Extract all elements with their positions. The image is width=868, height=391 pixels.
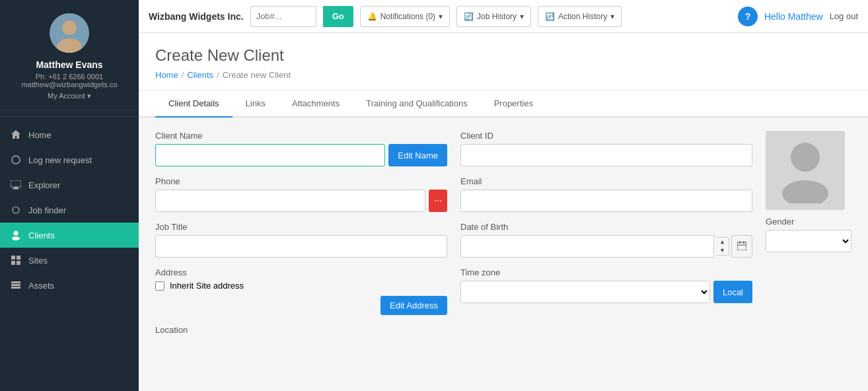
tab-client-details[interactable]: Client Details (155, 90, 233, 118)
sidebar-item-label: Log new request (28, 155, 92, 165)
profile-email: matthew@wizbangwidgets.co (21, 81, 117, 89)
svg-rect-5 (14, 187, 18, 188)
action-history-button[interactable]: 🔃 Action History ▾ (538, 6, 622, 27)
dob-down-button[interactable]: ▼ (716, 246, 729, 255)
bell-icon: 🔔 (367, 12, 377, 21)
form-photo: Gender Male Female Other (766, 131, 851, 345)
inherit-label: Inherit Site address (170, 281, 244, 291)
phone-label: Phone (155, 176, 447, 186)
svg-point-1 (62, 20, 77, 35)
svg-point-3 (12, 156, 20, 164)
form-left: Client Name Edit Name Phone ⋯ (155, 131, 447, 345)
job-title-group: Job Title (155, 222, 447, 258)
grid-icon (10, 254, 22, 266)
brand-name: Wizbang Widgets Inc. (149, 11, 244, 22)
breadcrumb-home[interactable]: Home (155, 70, 178, 80)
phone-extra-button[interactable]: ⋯ (429, 190, 447, 212)
breadcrumb-current: Create new Client (223, 70, 291, 80)
job-title-label: Job Title (155, 222, 447, 232)
email-label: Email (460, 176, 752, 186)
help-button[interactable]: ? (738, 7, 758, 26)
form-right: Client ID Email Date of Birth (460, 131, 752, 345)
svg-point-22 (782, 180, 828, 203)
sidebar-item-explorer[interactable]: Explorer (0, 172, 139, 197)
svg-rect-12 (11, 261, 15, 265)
svg-rect-14 (11, 281, 20, 283)
tabs-container: Client Details Links Attachments Trainin… (139, 90, 868, 118)
sidebar-item-label: Job finder (28, 205, 66, 215)
page-title: Create New Client (155, 46, 851, 65)
job-search-input[interactable] (250, 6, 316, 27)
dots-icon: ⋯ (434, 196, 442, 205)
email-input[interactable] (460, 190, 752, 212)
tab-attachments[interactable]: Attachments (279, 90, 353, 118)
edit-name-button[interactable]: Edit Name (388, 144, 447, 166)
topnav: Wizbang Widgets Inc. Go 🔔 Notifications … (139, 0, 868, 33)
avatar (50, 13, 89, 53)
profile-phone: Ph: +61 2 6266 0001 (36, 73, 103, 81)
address-label: Address (155, 267, 447, 277)
sidebar: Matthew Evans Ph: +61 2 6266 0001 matthe… (0, 0, 139, 391)
hello-greeting: Hello Matthew (764, 11, 823, 22)
svg-rect-4 (11, 180, 21, 187)
sidebar-item-job-finder[interactable]: Job finder (0, 197, 139, 223)
dob-label: Date of Birth (460, 222, 752, 232)
inherit-checkbox[interactable] (155, 281, 164, 291)
phone-input[interactable] (155, 190, 425, 212)
job-history-button[interactable]: 🔄 Job History ▾ (456, 6, 531, 27)
client-id-input[interactable] (460, 144, 752, 166)
phone-group: Phone ⋯ (155, 176, 447, 212)
sidebar-item-assets[interactable]: Assets (0, 273, 139, 298)
inherit-row: Inherit Site address (155, 281, 447, 291)
chevron-down-icon: ▾ (520, 12, 524, 21)
client-name-group: Client Name Edit Name (155, 131, 447, 166)
tab-links[interactable]: Links (233, 90, 279, 118)
main-content: Wizbang Widgets Inc. Go 🔔 Notifications … (139, 0, 868, 391)
table-icon (10, 279, 22, 291)
job-title-input[interactable] (155, 235, 447, 258)
client-name-label: Client Name (155, 131, 447, 141)
local-button[interactable]: Local (713, 281, 752, 303)
svg-rect-15 (11, 284, 20, 286)
sidebar-item-log-new-request[interactable]: Log new request (0, 147, 139, 172)
edit-address-button[interactable]: Edit Address (380, 296, 447, 315)
svg-rect-16 (11, 287, 20, 289)
timezone-label: Time zone (460, 267, 752, 277)
sidebar-item-label: Explorer (28, 180, 60, 190)
timezone-group: Time zone Local (460, 267, 752, 303)
sidebar-nav: Home Log new request Explorer Job finder… (0, 122, 139, 391)
client-photo (766, 131, 845, 210)
logout-button[interactable]: Log out (830, 11, 858, 21)
circle-icon (10, 154, 22, 166)
history-icon: 🔄 (464, 12, 474, 21)
client-name-input[interactable] (155, 144, 385, 166)
sidebar-item-label: Clients (28, 231, 55, 240)
notifications-button[interactable]: 🔔 Notifications (0) ▾ (360, 6, 450, 27)
my-account-link[interactable]: My Account ▾ (48, 92, 91, 100)
go-button[interactable]: Go (323, 6, 353, 27)
svg-rect-10 (11, 256, 15, 260)
location-group: Location (155, 325, 447, 335)
timezone-select[interactable] (460, 281, 710, 303)
action-icon: 🔃 (545, 12, 555, 21)
tab-training[interactable]: Training and Qualifications (353, 90, 480, 118)
dob-input[interactable] (460, 235, 714, 258)
home-icon (10, 129, 22, 141)
gender-select[interactable]: Male Female Other (766, 230, 851, 252)
email-group: Email (460, 176, 752, 212)
gender-group: Gender Male Female Other (766, 217, 851, 252)
tab-properties[interactable]: Properties (481, 90, 546, 118)
breadcrumb-clients[interactable]: Clients (187, 70, 213, 80)
sidebar-item-sites[interactable]: Sites (0, 248, 139, 273)
calendar-button[interactable] (731, 235, 752, 258)
gender-label: Gender (766, 217, 851, 227)
client-id-label: Client ID (460, 131, 752, 141)
circle-sm-icon (10, 204, 22, 216)
sidebar-item-clients[interactable]: Clients (0, 223, 139, 248)
location-label: Location (155, 325, 447, 335)
chevron-down-icon: ▾ (610, 12, 614, 21)
sidebar-item-home[interactable]: Home (0, 122, 139, 147)
client-name-row: Edit Name (155, 144, 447, 166)
dob-up-button[interactable]: ▲ (716, 238, 729, 246)
svg-rect-13 (17, 261, 20, 265)
